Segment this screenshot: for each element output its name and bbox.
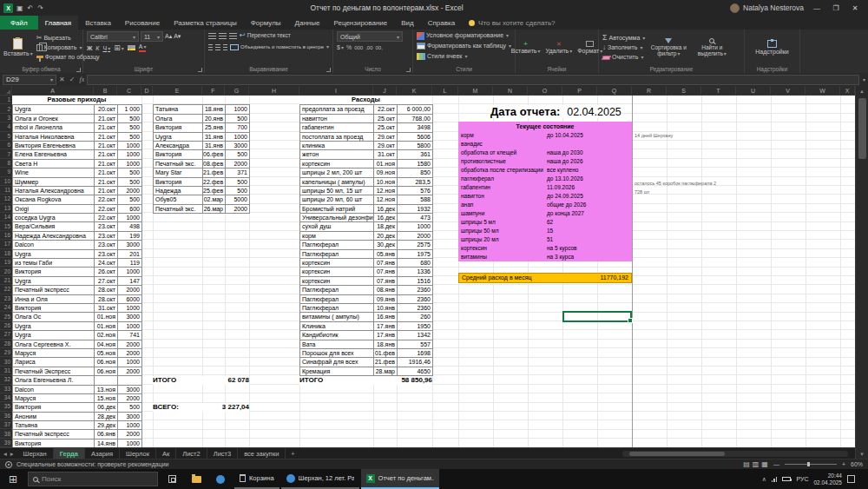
cell[interactable]: соседка Uygra xyxy=(13,214,95,222)
column-header[interactable]: Q xyxy=(597,86,632,95)
status-row[interactable]: шприцы 50 мл15 xyxy=(458,227,632,235)
align-bottom-icon[interactable] xyxy=(229,33,237,39)
shrink-font-icon[interactable]: А▾ xyxy=(174,33,181,40)
cell[interactable]: Порошок для всех xyxy=(300,349,374,358)
addins-button[interactable]: Надстройки xyxy=(755,40,788,55)
cell[interactable]: сухой душ xyxy=(300,222,374,231)
cell[interactable]: Бромистый натрий xyxy=(300,205,374,214)
cell[interactable]: 2000 xyxy=(226,160,250,169)
dialog-launcher-icon[interactable] xyxy=(326,68,331,72)
column-header[interactable]: V xyxy=(771,86,806,95)
start-button[interactable] xyxy=(2,469,24,489)
cell[interactable]: Александра xyxy=(154,142,203,150)
insert-function-icon[interactable] xyxy=(79,76,84,83)
cell[interactable]: 01.фев xyxy=(374,349,398,358)
cell[interactable]: клиника xyxy=(300,142,374,150)
cell[interactable]: 02.ноя xyxy=(95,331,118,340)
font-name-select[interactable]: Calibri xyxy=(87,31,139,42)
cell[interactable]: 850 xyxy=(398,169,433,177)
cell[interactable]: Аноним xyxy=(13,413,95,421)
cell[interactable]: 21.окт xyxy=(95,169,118,177)
language-indicator[interactable]: РУС xyxy=(796,476,808,482)
cell[interactable]: 31.янв xyxy=(203,142,226,150)
cell[interactable]: предоплата за проезд xyxy=(300,105,374,114)
cell[interactable]: Надежда xyxy=(154,187,203,195)
scroll-up-icon[interactable]: ▴ xyxy=(860,86,864,96)
dialog-launcher-icon[interactable] xyxy=(76,68,81,72)
close-button[interactable]: ✕ xyxy=(845,4,865,12)
selected-cell[interactable] xyxy=(562,311,632,322)
cell[interactable]: 2000 xyxy=(118,349,142,358)
cell[interactable]: габапентин xyxy=(300,123,374,132)
column-header[interactable]: X xyxy=(840,86,855,95)
cell[interactable]: 28.мар xyxy=(374,367,398,376)
cell[interactable]: 09.ноя xyxy=(374,169,398,177)
column-header[interactable]: J xyxy=(373,86,397,95)
report-date[interactable]: Дата отчета: 02.04.2025 xyxy=(490,105,621,118)
column-header[interactable]: H xyxy=(249,86,299,95)
row-header[interactable]: 2 xyxy=(0,104,12,113)
expense-total-row[interactable]: ИТОГО 58 850,96 xyxy=(299,376,432,385)
row-header[interactable]: 17 xyxy=(0,240,12,248)
cell[interactable]: Оксана Rogkova xyxy=(13,195,95,204)
status-row[interactable]: шприцы 5 мл62 xyxy=(458,218,632,227)
cell[interactable]: 22.окт xyxy=(95,195,118,204)
cell[interactable]: Виктория xyxy=(154,150,203,159)
cell[interactable]: 05.ноя xyxy=(95,349,118,358)
cell[interactable]: 20.дек xyxy=(374,232,398,241)
cell[interactable]: Uygra xyxy=(13,322,95,331)
scroll-down-icon[interactable]: ▾ xyxy=(860,449,864,459)
status-row[interactable]: навигтондо 24.09.2025 xyxy=(458,192,632,201)
merge-center-button[interactable]: Объединить и поместить в центре xyxy=(230,43,329,51)
cell[interactable]: 28.окт xyxy=(95,286,118,294)
cell[interactable]: 21.фев xyxy=(374,358,398,367)
cells-item-button[interactable]: Вставить xyxy=(511,41,541,55)
font-size-select[interactable]: 11 xyxy=(141,31,163,42)
accounting-format-icon[interactable] xyxy=(337,44,344,50)
column-header[interactable]: F xyxy=(202,86,225,95)
cell[interactable]: 600 xyxy=(118,205,142,214)
cell[interactable]: капельницы ( ампулы) xyxy=(300,178,374,187)
row-header[interactable]: 22 xyxy=(0,285,12,294)
cell[interactable]: Вата xyxy=(300,340,374,349)
cell[interactable]: 1000 xyxy=(118,439,142,447)
cell[interactable]: Кремация xyxy=(300,367,374,376)
page-break-view-icon[interactable]: ▦ xyxy=(761,460,768,468)
align-top-icon[interactable] xyxy=(208,33,216,39)
cell[interactable]: 1342 xyxy=(398,331,433,340)
ribbon-tab[interactable]: Вид xyxy=(394,16,420,30)
cell[interactable]: 2360 xyxy=(398,286,433,294)
sheet-tab[interactable]: Герда xyxy=(54,448,85,459)
cell[interactable]: Виктория xyxy=(13,403,95,412)
cell[interactable]: 26.мар xyxy=(203,205,226,214)
cell[interactable]: Синафрай для всех xyxy=(300,358,374,367)
file-tab[interactable]: Файл xyxy=(0,16,38,30)
undo-icon[interactable]: ↶ xyxy=(28,4,34,12)
column-header[interactable]: A xyxy=(12,86,94,95)
cell[interactable]: 1000 xyxy=(118,142,142,150)
cell[interactable]: Wine xyxy=(13,169,95,177)
cell[interactable]: Кандибиотик xyxy=(300,331,374,340)
cell[interactable]: 3000 xyxy=(118,313,142,321)
cell[interactable]: кортексин xyxy=(300,259,374,268)
cell[interactable]: 22.окт xyxy=(95,205,118,214)
styles-item-button[interactable]: Стили ячеек xyxy=(417,52,511,61)
cell[interactable]: 2000 xyxy=(226,205,250,214)
row-header[interactable]: 23 xyxy=(0,294,12,303)
row-header[interactable]: 11 xyxy=(0,186,12,195)
row-header[interactable]: 25 xyxy=(0,312,12,320)
column-header[interactable]: L xyxy=(432,86,458,95)
column-header[interactable]: O xyxy=(528,86,562,95)
cell[interactable]: Печатный экс. xyxy=(154,205,203,214)
cell[interactable]: 500 xyxy=(118,115,142,123)
ribbon-tab[interactable]: Вставка xyxy=(78,16,118,30)
cell[interactable]: 08.янв xyxy=(374,286,398,294)
cell[interactable]: 06.ноя xyxy=(95,367,118,376)
cell[interactable]: 1336 xyxy=(398,268,433,276)
row-header[interactable]: 32 xyxy=(0,375,12,384)
cell[interactable]: 260 xyxy=(398,313,433,321)
cell[interactable]: 23.окт xyxy=(95,241,118,249)
row-header[interactable]: 37 xyxy=(0,420,12,429)
column-header[interactable]: C xyxy=(117,86,141,95)
align-middle-icon[interactable] xyxy=(219,33,227,39)
